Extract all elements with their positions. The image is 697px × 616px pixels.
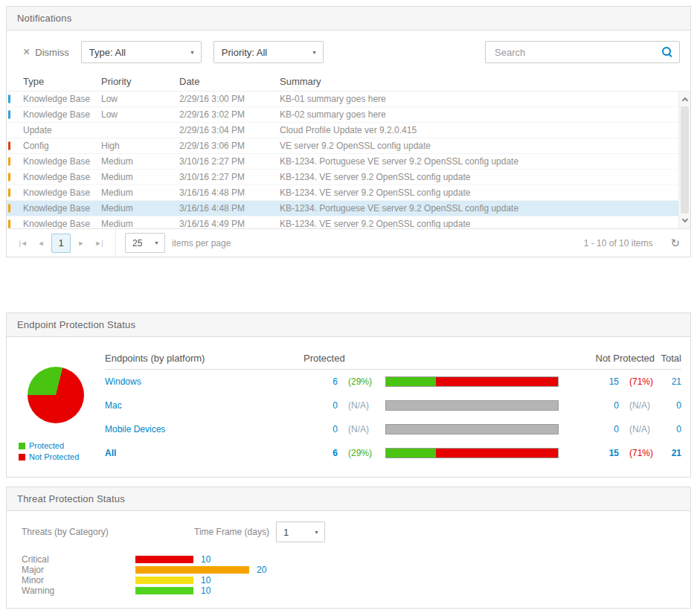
items-per-page-label: items per page	[172, 238, 231, 248]
total-count[interactable]: 21	[655, 376, 681, 387]
threat-count-link[interactable]: 10	[201, 554, 211, 565]
platform-link[interactable]: Windows	[105, 376, 302, 387]
priority-marker	[8, 158, 10, 166]
last-page-button[interactable]: ►|	[90, 234, 108, 252]
not-protected-count[interactable]: 15	[585, 448, 619, 458]
protected-pct: (29%)	[338, 376, 382, 387]
column-header-total: Total	[655, 353, 681, 364]
not-protected-count[interactable]: 0	[585, 424, 619, 434]
priority-filter-dropdown[interactable]: Priority: All ▼	[213, 41, 324, 63]
search-input[interactable]	[493, 46, 662, 59]
table-row[interactable]: Knowledge Base Medium 3/16/16 4:48 PM KB…	[7, 185, 690, 201]
protected-count[interactable]: 6	[302, 448, 338, 458]
dismiss-button[interactable]: × Dismiss	[23, 46, 69, 58]
type-filter-dropdown[interactable]: Type: All ▼	[81, 41, 202, 63]
scroll-up-icon[interactable]	[679, 93, 690, 105]
cell-summary: KB-1234. Portuguese VE server 9.2 OpenSS…	[280, 156, 671, 167]
threat-bar-row-warning: Warning 10	[22, 585, 675, 596]
column-header-type[interactable]: Type	[23, 76, 101, 87]
time-frame-dropdown[interactable]: 1 ▼	[276, 522, 325, 542]
threat-count-link[interactable]: 10	[201, 575, 211, 585]
cell-priority: Medium	[101, 156, 179, 167]
not-protected-pct: (N/A)	[619, 424, 655, 434]
scrollbar-thumb[interactable]	[681, 106, 689, 214]
protected-count[interactable]: 6	[302, 376, 338, 387]
total-count[interactable]: 21	[655, 448, 681, 458]
notifications-panel: Notifications × Dismiss Type: All ▼ Prio…	[6, 6, 691, 257]
legend-label: Protected	[29, 441, 64, 450]
cell-summary: KB-1234. Portuguese VE server 9.2 OpenSS…	[280, 203, 671, 214]
protected-pct: (N/A)	[338, 400, 382, 411]
refresh-icon[interactable]: ↻	[670, 237, 680, 250]
items-range-label: 1 - 10 of 10 items	[584, 238, 653, 248]
table-row[interactable]: Knowledge Base Low 2/29/16 3:02 PM KB-02…	[7, 107, 690, 123]
protection-pie	[28, 367, 84, 423]
column-header-not-protected: Not Protected	[565, 353, 655, 364]
table-row[interactable]: Knowledge Base Medium 3/16/16 4:49 PM KB…	[7, 216, 690, 228]
vertical-scrollbar[interactable]	[678, 92, 690, 228]
current-page-button[interactable]: 1	[51, 234, 71, 253]
column-header-priority[interactable]: Priority	[101, 76, 179, 87]
protected-count[interactable]: 0	[302, 400, 338, 411]
endpoint-row-windows: Windows 6 (29%) 15 (71%) 21	[105, 370, 681, 394]
endpoint-row-mobile: Mobile Devices 0 (N/A) 0 (N/A) 0	[105, 417, 681, 441]
notifications-panel-header: Notifications	[7, 7, 690, 31]
page-size-value: 25	[132, 238, 142, 248]
page-size-dropdown[interactable]: 25 ▼	[125, 233, 165, 253]
priority-marker	[8, 189, 10, 197]
column-header-date[interactable]: Date	[179, 76, 280, 87]
pager-info: 1 - 10 of 10 items ↻	[584, 237, 680, 250]
threat-content: Threats (by Category) Time Frame (days) …	[7, 511, 690, 608]
cell-date: 2/29/16 3:04 PM	[179, 125, 280, 135]
not-protected-count[interactable]: 15	[585, 376, 619, 387]
panel-title: Notifications	[17, 13, 71, 24]
priority-marker	[8, 126, 10, 135]
table-row[interactable]: Knowledge Base Medium 3/10/16 2:27 PM KB…	[7, 170, 690, 185]
threat-count-link[interactable]: 20	[257, 565, 266, 575]
endpoint-table: Endpoints (by platform) Protected Not Pr…	[105, 347, 681, 465]
minor-bar	[135, 577, 193, 584]
notifications-column-headers: Type Priority Date Summary	[7, 72, 690, 92]
threat-panel-header: Threat Protection Status	[7, 487, 690, 511]
platform-link[interactable]: Mobile Devices	[105, 424, 302, 434]
category-label: Warning	[22, 585, 135, 596]
cell-date: 3/16/16 4:48 PM	[179, 203, 280, 214]
next-page-button[interactable]: ►	[72, 234, 90, 252]
legend-item: Protected	[19, 441, 105, 450]
priority-marker	[8, 142, 10, 150]
cell-type: Knowledge Base	[23, 203, 101, 214]
cell-type: Knowledge Base	[23, 156, 101, 167]
table-row[interactable]: Knowledge Base Low 2/29/16 3:00 PM KB-01…	[7, 92, 690, 107]
not-protected-count[interactable]: 0	[585, 400, 619, 411]
first-page-button[interactable]: |◄	[14, 234, 32, 252]
table-row[interactable]: Config High 2/29/16 3:06 PM VE server 9.…	[7, 138, 690, 154]
category-label: Minor	[22, 575, 135, 585]
prev-page-button[interactable]: ◄	[32, 234, 50, 252]
scroll-down-icon[interactable]	[679, 215, 690, 227]
table-row[interactable]: Knowledge Base Medium 3/10/16 2:27 PM KB…	[7, 154, 690, 170]
column-header-summary[interactable]: Summary	[280, 76, 671, 87]
platform-link[interactable]: All	[105, 448, 302, 458]
threat-bar-row-critical: Critical 10	[22, 554, 675, 565]
panel-title: Threat Protection Status	[17, 493, 125, 504]
table-row-selected[interactable]: Knowledge Base Medium 3/16/16 4:48 PM KB…	[7, 201, 690, 216]
total-count[interactable]: 0	[655, 424, 681, 434]
not-protected-segment	[436, 377, 558, 386]
cell-summary: KB-1234. VE server 9.2 OpenSSL config up…	[280, 187, 671, 198]
cell-priority: Medium	[101, 187, 179, 198]
pagination-bar: |◄ ◄ 1 ► ►| 25 ▼ items per page 1 - 10 o…	[7, 228, 690, 257]
search-icon[interactable]	[662, 47, 672, 57]
cell-date: 2/29/16 3:00 PM	[179, 94, 280, 104]
threat-count-link[interactable]: 10	[201, 585, 211, 596]
total-count[interactable]: 0	[655, 400, 681, 411]
platform-link[interactable]: Mac	[105, 400, 302, 411]
protected-swatch	[19, 443, 25, 449]
chevron-down-icon: ▼	[314, 530, 319, 535]
column-header-protected: Protected	[302, 353, 565, 364]
chevron-down-icon: ▼	[190, 50, 195, 55]
protected-count[interactable]: 0	[302, 424, 338, 434]
search-box	[485, 41, 680, 63]
table-row[interactable]: Update 2/29/16 3:04 PM Cloud Profile Upd…	[7, 123, 690, 138]
cell-priority: Medium	[101, 172, 179, 182]
chevron-down-icon: ▼	[312, 50, 317, 55]
